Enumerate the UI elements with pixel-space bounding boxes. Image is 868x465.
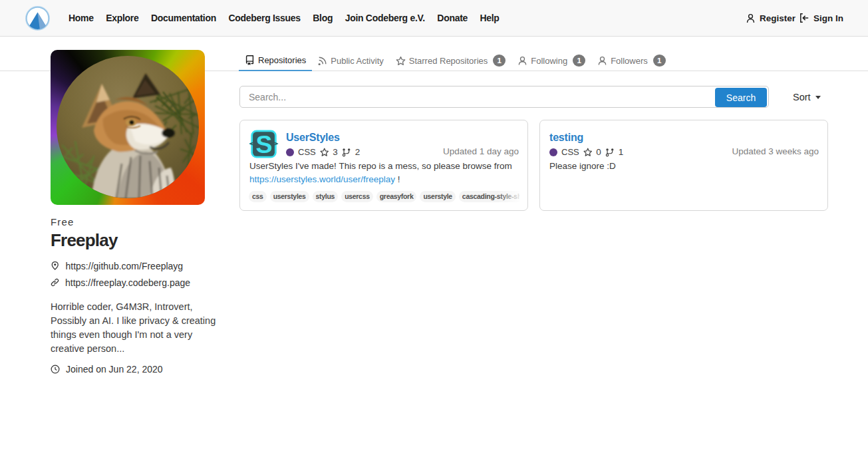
svg-text:S: S [255, 130, 272, 158]
